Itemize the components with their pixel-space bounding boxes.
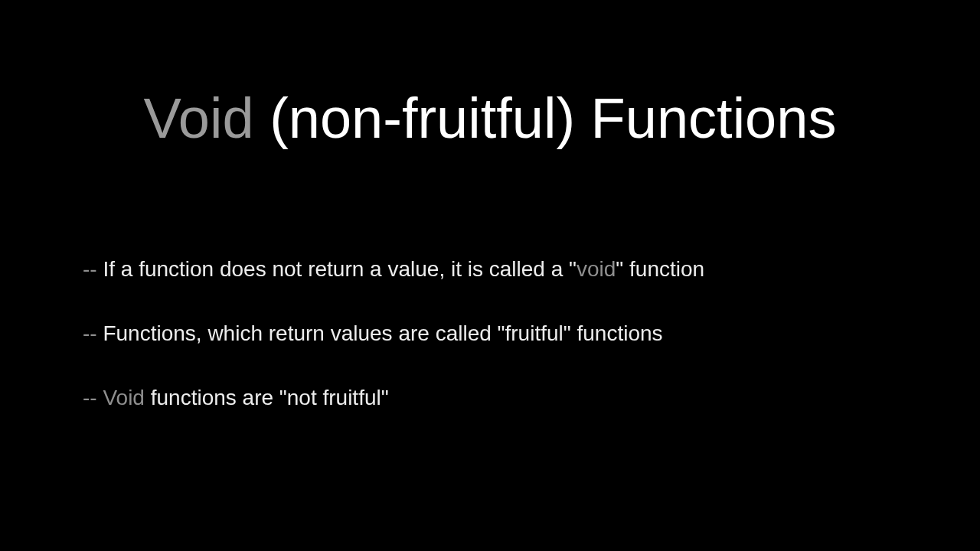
bullet-marker: --: [83, 257, 103, 281]
list-item: -- Functions, which return values are ca…: [83, 319, 934, 348]
list-item: -- If a function does not return a value…: [83, 255, 934, 284]
bullet-text: If a function does not return a value, i…: [103, 257, 577, 281]
slide: Void (non-fruitful) Functions -- If a fu…: [0, 0, 980, 551]
bullet-text: functions are "not fruitful": [145, 386, 389, 409]
bullet-highlight: void: [577, 257, 616, 281]
bullet-text: Functions, which return values are calle…: [103, 321, 662, 345]
bullet-highlight: Void: [103, 386, 145, 409]
bullet-marker: --: [83, 321, 103, 345]
title-highlight: Void: [144, 86, 254, 150]
bullet-list: -- If a function does not return a value…: [83, 255, 934, 447]
bullet-text: " function: [616, 257, 704, 281]
list-item: -- Void functions are "not fruitful": [83, 383, 934, 412]
title-rest: (non-fruitful) Functions: [254, 86, 837, 150]
bullet-marker: --: [83, 386, 103, 409]
slide-title: Void (non-fruitful) Functions: [0, 86, 980, 151]
